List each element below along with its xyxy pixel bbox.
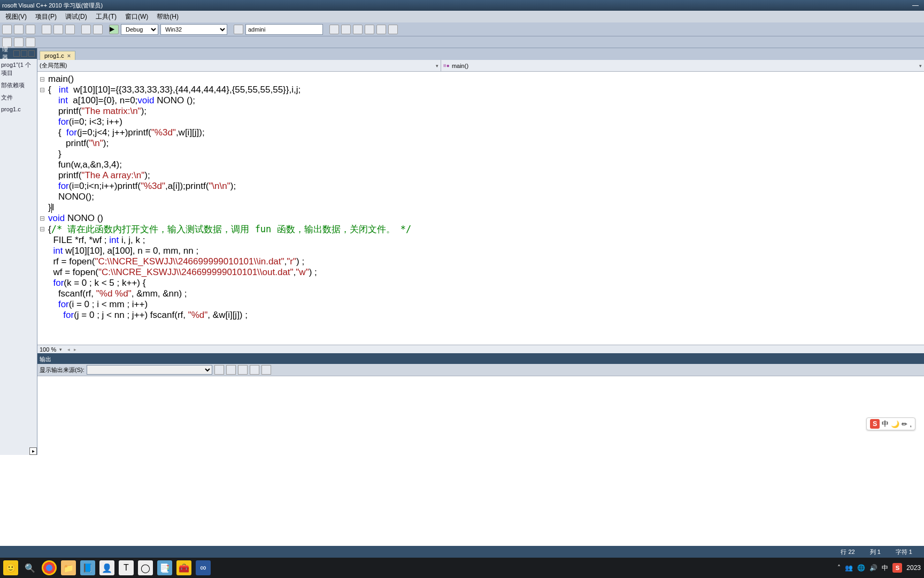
output-panel: 输出 显示输出来源(S): <box>37 353 924 455</box>
output-body[interactable] <box>37 376 924 455</box>
menu-tools[interactable]: 工具(T) <box>93 11 120 22</box>
taskbar-explorer-icon[interactable]: 📁 <box>61 560 76 575</box>
solution-explorer-header: 理器 <box>0 48 37 59</box>
save-icon[interactable] <box>14 25 24 34</box>
scope-right[interactable]: ≡● main() <box>441 60 924 71</box>
taskbar-app-5[interactable]: 📑 <box>157 560 172 575</box>
new-project-icon[interactable] <box>2 25 12 34</box>
zoom-bar: 100 % ▾ ◂ ▸ <box>37 345 924 353</box>
sidebar-item-file-prog1[interactable]: prog1.c <box>0 104 37 115</box>
tray-time[interactable]: 2023 <box>906 564 921 572</box>
tab-prog1[interactable]: prog1.c × <box>40 51 75 60</box>
tray-chevron-icon[interactable]: ˄ <box>837 564 841 572</box>
redo-icon[interactable] <box>93 25 103 34</box>
output-header: 输出 <box>37 354 924 364</box>
taskbar-vs-icon[interactable]: ∞ <box>196 560 211 575</box>
toolbar-icon-6[interactable] <box>388 25 398 34</box>
solution-explorer: 理器 prog1"(1 个项目 部依赖项 文件 prog1.c ▸ <box>0 48 37 455</box>
taskbar-notepad-icon[interactable]: 📘 <box>80 560 95 575</box>
toolbar-icon-1[interactable] <box>329 25 339 34</box>
panel-close-icon[interactable] <box>28 50 35 57</box>
ime-lang[interactable]: 中 <box>882 419 889 429</box>
toolbar-icon-5[interactable] <box>376 25 386 34</box>
sidebar-item-solution[interactable]: prog1"(1 个项目 <box>0 59 37 79</box>
tray-volume-icon[interactable]: 🔊 <box>869 564 877 572</box>
copy-icon[interactable] <box>53 25 63 34</box>
taskbar-app-2[interactable]: 👤 <box>99 560 114 575</box>
output-btn-4[interactable] <box>250 365 259 375</box>
undo-icon[interactable] <box>81 25 91 34</box>
sidebar-item-dependencies[interactable]: 部依赖项 <box>0 79 37 92</box>
output-btn-1[interactable] <box>214 365 224 375</box>
taskbar-app-3[interactable]: T <box>119 560 134 575</box>
panel-pin-icon[interactable] <box>21 50 27 57</box>
sogou-logo-icon: S <box>870 419 880 429</box>
taskbar-chrome-icon[interactable] <box>42 560 57 575</box>
start-debug-icon[interactable]: ▶ <box>109 25 119 34</box>
main-area: 理器 prog1"(1 个项目 部依赖项 文件 prog1.c ▸ prog1.… <box>0 48 924 455</box>
tab-strip: prog1.c × <box>37 48 924 60</box>
scope-bar: (全局范围) ≡● main() <box>37 60 924 72</box>
minimize-button[interactable]: — <box>909 2 922 9</box>
editor-column: prog1.c × (全局范围) ≡● main() ⊟⊟⊟⊟ main(){ … <box>37 48 924 455</box>
tray-network-icon[interactable]: 🌐 <box>857 564 865 572</box>
function-icon: ≡● <box>443 63 450 69</box>
menu-project[interactable]: 项目(P) <box>32 11 60 22</box>
sidebar-expand-icon[interactable]: ▸ <box>29 447 37 455</box>
system-tray[interactable]: ˄ 👥 🌐 🔊 中 S 2023 <box>837 563 921 573</box>
tray-sogou-icon[interactable]: S <box>892 563 902 573</box>
output-btn-2[interactable] <box>226 365 236 375</box>
taskbar-app-4[interactable]: ◯ <box>138 560 153 575</box>
status-bar: 行 22 列 1 字符 1 <box>0 546 924 558</box>
output-source-select[interactable] <box>87 365 212 375</box>
tray-people-icon[interactable]: 👥 <box>845 564 853 572</box>
find-icon[interactable] <box>234 25 243 34</box>
ime-moon-icon[interactable]: 🌙 <box>891 420 899 428</box>
outdent-icon[interactable] <box>14 37 24 47</box>
toolbar-icon-2[interactable] <box>341 25 351 34</box>
save-all-icon[interactable] <box>26 25 35 34</box>
output-btn-5[interactable] <box>261 365 271 375</box>
ime-comma-icon[interactable]: , <box>910 420 912 428</box>
h-scroll-icon[interactable]: ◂ ▸ <box>67 347 78 352</box>
status-char: 字符 1 <box>888 548 920 556</box>
menu-window[interactable]: 窗口(W) <box>122 11 151 22</box>
window-title: rosoft Visual C++ 2010 学习版(管理员) <box>2 2 103 10</box>
menu-debug[interactable]: 调试(D) <box>62 11 90 22</box>
taskbar-app-1[interactable]: 🙂 <box>3 560 18 575</box>
tray-ime-lang[interactable]: 中 <box>882 564 888 573</box>
output-source-label: 显示输出来源(S): <box>40 366 84 374</box>
toolbar-icon-3[interactable] <box>353 25 363 34</box>
menu-bar: 视图(V) 项目(P) 调试(D) 工具(T) 窗口(W) 帮助(H) <box>0 11 924 22</box>
menu-help[interactable]: 帮助(H) <box>153 11 182 22</box>
sidebar-item-files[interactable]: 文件 <box>0 92 37 104</box>
find-input[interactable] <box>245 24 323 35</box>
status-line: 行 22 <box>833 548 862 556</box>
platform-select[interactable]: Win32 <box>160 24 227 35</box>
window-title-bar: rosoft Visual C++ 2010 学习版(管理员) — <box>0 0 924 11</box>
scope-left[interactable]: (全局范围) <box>37 60 441 71</box>
status-col: 列 1 <box>863 548 888 556</box>
toolbar-icon-4[interactable] <box>365 25 374 34</box>
windows-taskbar: 🙂 🔍 📁 📘 👤 T ◯ 📑 🧰 ∞ ˄ 👥 🌐 🔊 中 S 2023 <box>0 558 924 578</box>
tab-close-icon[interactable]: × <box>67 52 71 59</box>
cut-icon[interactable] <box>42 25 51 34</box>
panel-dropdown-icon[interactable] <box>13 50 20 57</box>
taskbar-app-6[interactable]: 🧰 <box>176 560 191 575</box>
config-select[interactable]: Debug <box>121 24 158 35</box>
tab-label: prog1.c <box>44 52 64 59</box>
paste-icon[interactable] <box>65 25 75 34</box>
ime-floating-bar[interactable]: S 中 🌙 ✏ , <box>866 417 915 430</box>
output-btn-3[interactable] <box>238 365 248 375</box>
ime-pen-icon[interactable]: ✏ <box>902 420 907 428</box>
main-toolbar: ▶ Debug Win32 <box>0 22 924 36</box>
comment-icon[interactable] <box>26 37 35 47</box>
code-text[interactable]: main(){ int w[10][10]={{33,33,33,33},{44… <box>48 74 924 321</box>
code-editor[interactable]: ⊟⊟⊟⊟ main(){ int w[10][10]={{33,33,33,33… <box>37 72 924 345</box>
fold-gutter[interactable]: ⊟⊟⊟⊟ <box>37 74 47 320</box>
zoom-dropdown-icon[interactable]: ▾ <box>59 347 62 352</box>
menu-view[interactable]: 视图(V) <box>2 11 30 22</box>
zoom-level[interactable]: 100 % <box>40 346 56 353</box>
taskbar-search-icon[interactable]: 🔍 <box>22 560 37 575</box>
secondary-toolbar <box>0 36 924 48</box>
